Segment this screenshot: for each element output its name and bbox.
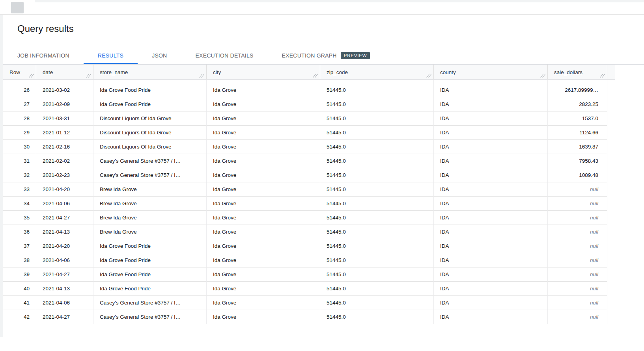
column-header-store-name: store_name <box>93 65 207 80</box>
column-resize-handle[interactable] <box>540 73 545 78</box>
column-header-label: county <box>440 69 456 75</box>
cell-zip_code: 51445.0 <box>320 239 434 253</box>
cell-city: Ida Grove <box>207 83 320 97</box>
cell-zip_code: 51445.0 <box>320 211 434 225</box>
cell-sale_dollars: null <box>548 310 607 324</box>
table-row: 292021-01-12Discount Liquors Of Ida Grov… <box>3 126 607 140</box>
cell-county: IDA <box>434 267 548 282</box>
column-header-county: county <box>434 65 548 80</box>
cell-sale_dollars: null <box>548 211 607 225</box>
cell-sale_dollars: 1089.48 <box>548 168 607 182</box>
cell-county: IDA <box>434 197 548 211</box>
cell-zip_code: 51445.0 <box>320 182 434 197</box>
cell-store_name: Brew Ida Grove <box>93 182 207 197</box>
cell-city: Ida Grove <box>207 239 320 253</box>
cell-date: 2021-02-09 <box>36 97 93 111</box>
column-resize-handle[interactable] <box>600 73 605 78</box>
cell-row: 38 <box>3 253 36 267</box>
table-row: 382021-04-06Ida Grove Food PrideIda Grov… <box>3 253 607 267</box>
cell-city: Ida Grove <box>207 126 320 140</box>
cell-city: Ida Grove <box>207 211 320 225</box>
cell-city: Ida Grove <box>207 97 320 111</box>
table-row: 402021-04-13Ida Grove Food PrideIda Grov… <box>3 282 607 296</box>
cell-sale_dollars: null <box>548 225 607 239</box>
cell-county: IDA <box>434 239 548 253</box>
column-resize-handle[interactable] <box>426 73 431 78</box>
table-row: 302021-02-16Discount Liquors Of Ida Grov… <box>3 140 607 154</box>
cell-row: 40 <box>3 282 36 296</box>
table-row: 362021-04-13Brew Ida GroveIda Grove51445… <box>3 225 607 239</box>
cell-zip_code: 51445.0 <box>320 97 434 111</box>
query-results-panel: Query results JOB INFORMATION RESULTS JS… <box>3 15 644 337</box>
cell-sale_dollars: null <box>548 282 607 296</box>
top-faint-bar <box>35 0 644 2</box>
scrollbar-header-cap <box>607 65 615 80</box>
tab-job-information[interactable]: JOB INFORMATION <box>3 46 84 64</box>
cell-date: 2021-04-06 <box>36 253 93 267</box>
vertical-scrollbar[interactable] <box>607 65 615 324</box>
cell-zip_code: 51445.0 <box>320 296 434 310</box>
cell-zip_code: 51445.0 <box>320 310 434 324</box>
column-header-label: Row <box>9 69 20 75</box>
cell-zip_code: 51445.0 <box>320 140 434 154</box>
cell-zip_code: 51445.0 <box>320 225 434 239</box>
cell-city: Ida Grove <box>207 282 320 296</box>
table-row: 262021-03-02Ida Grove Food PrideIda Grov… <box>3 83 607 97</box>
top-strip <box>0 0 644 15</box>
cell-county: IDA <box>434 182 548 197</box>
table-row: 282021-03-31Discount Liquors Of Ida Grov… <box>3 111 607 126</box>
cell-sale_dollars: null <box>548 197 607 211</box>
column-header-date: date <box>36 65 93 80</box>
cell-zip_code: 51445.0 <box>320 282 434 296</box>
cell-county: IDA <box>434 97 548 111</box>
column-resize-handle[interactable] <box>86 73 91 78</box>
cell-sale_dollars: null <box>548 296 607 310</box>
tab-json[interactable]: JSON <box>138 46 181 64</box>
preview-badge: PREVIEW <box>341 52 370 59</box>
cell-sale_dollars: 2617.89999… <box>548 83 607 97</box>
cell-city: Ida Grove <box>207 182 320 197</box>
cell-city: Ida Grove <box>207 111 320 126</box>
cell-date: 2021-01-12 <box>36 126 93 140</box>
cell-zip_code: 51445.0 <box>320 197 434 211</box>
cell-row: 31 <box>3 154 36 168</box>
tab-execution-graph[interactable]: EXECUTION GRAPH PREVIEW <box>268 46 385 64</box>
cell-row: 37 <box>3 239 36 253</box>
cell-county: IDA <box>434 225 548 239</box>
left-gutter <box>0 15 3 337</box>
cell-date: 2021-04-20 <box>36 182 93 197</box>
top-left-box <box>11 2 24 13</box>
table-row: 332021-04-20Brew Ida GroveIda Grove51445… <box>3 182 607 197</box>
cell-city: Ida Grove <box>207 253 320 267</box>
cell-county: IDA <box>434 211 548 225</box>
cell-store_name: Ida Grove Food Pride <box>93 97 207 111</box>
column-header-label: sale_dollars <box>554 69 582 75</box>
tab-execution-details[interactable]: EXECUTION DETAILS <box>181 46 267 64</box>
cell-store_name: Brew Ida Grove <box>93 225 207 239</box>
column-header-label: date <box>43 69 53 75</box>
cell-store_name: Ida Grove Food Pride <box>93 267 207 282</box>
column-header-label: store_name <box>100 69 128 75</box>
cell-county: IDA <box>434 282 548 296</box>
cell-row: 28 <box>3 111 36 126</box>
column-resize-handle[interactable] <box>313 73 318 78</box>
tab-label: EXECUTION DETAILS <box>195 52 253 59</box>
cell-county: IDA <box>434 140 548 154</box>
cell-store_name: Discount Liquors Of Ida Grove <box>93 126 207 140</box>
cell-county: IDA <box>434 111 548 126</box>
table-row: 312021-02-02Casey's General Store #3757 … <box>3 154 607 168</box>
results-table-scroll[interactable]: Row date store_name city zip_code <box>3 65 607 324</box>
column-resize-handle[interactable] <box>199 73 204 78</box>
cell-date: 2021-04-27 <box>36 211 93 225</box>
cell-date: 2021-04-20 <box>36 239 93 253</box>
cell-row: 30 <box>3 140 36 154</box>
cell-sale_dollars: null <box>548 267 607 282</box>
cell-county: IDA <box>434 296 548 310</box>
cell-county: IDA <box>434 310 548 324</box>
cell-sale_dollars: 1124.66 <box>548 126 607 140</box>
column-resize-handle[interactable] <box>29 73 34 78</box>
cell-row: 33 <box>3 182 36 197</box>
cell-row: 39 <box>3 267 36 282</box>
tab-results[interactable]: RESULTS <box>84 46 138 64</box>
tab-label: JOB INFORMATION <box>17 52 69 59</box>
